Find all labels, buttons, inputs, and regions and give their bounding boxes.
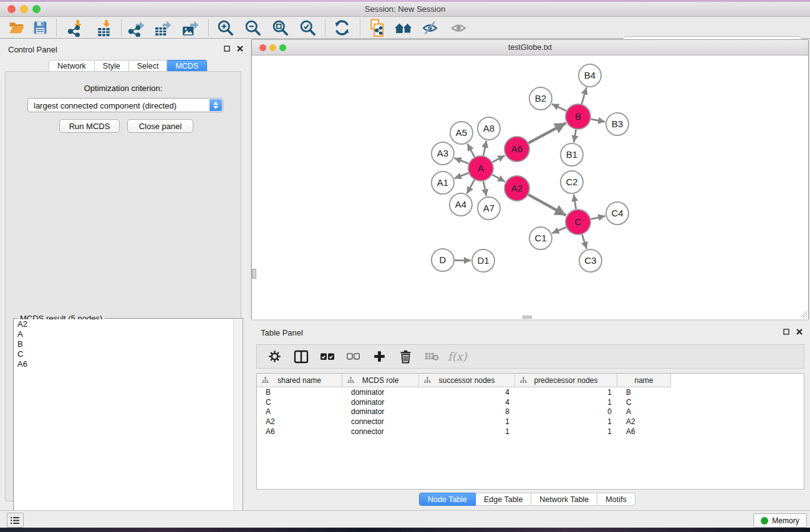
- graph-node-C3[interactable]: C3: [579, 249, 602, 272]
- result-item-A[interactable]: A: [14, 329, 242, 339]
- graph-node-A7[interactable]: A7: [478, 197, 500, 220]
- graph-node-C[interactable]: C: [566, 210, 591, 235]
- close-panel-button[interactable]: Close panel: [127, 119, 193, 133]
- graph-node-A1[interactable]: A1: [432, 172, 454, 194]
- export-table-button[interactable]: [152, 19, 173, 37]
- table-row-A[interactable]: Adominator80A: [257, 407, 804, 417]
- network-horizontal-scrollbar[interactable]: [523, 316, 532, 319]
- split-panel-button[interactable]: [292, 348, 309, 365]
- delete-columns-button[interactable]: [397, 348, 414, 365]
- run-mcds-button[interactable]: Run MCDS: [59, 119, 120, 133]
- control-panel-float-button[interactable]: [223, 44, 231, 53]
- table-row-B[interactable]: Bdominator41B: [257, 388, 804, 398]
- hide-selected-button[interactable]: [419, 19, 440, 37]
- graph-node-D[interactable]: D: [432, 249, 454, 271]
- clone-network-button[interactable]: [367, 19, 388, 37]
- memory-button[interactable]: Memory: [753, 513, 807, 528]
- graph-node-A6[interactable]: A6: [504, 137, 529, 162]
- tab-select[interactable]: Select: [129, 60, 168, 72]
- graph-edge-A-A3[interactable]: [455, 158, 469, 163]
- graph-node-C1[interactable]: C1: [529, 227, 552, 249]
- window-resize-handle[interactable]: [799, 310, 808, 318]
- table-panel-float-button[interactable]: [782, 327, 791, 336]
- graph-node-B[interactable]: B: [566, 104, 591, 129]
- graph-edge-A-A2[interactable]: [492, 175, 504, 181]
- tab-network[interactable]: Network: [49, 60, 95, 72]
- graph-edge-B-B3[interactable]: [591, 119, 605, 122]
- column-header-name[interactable]: name: [617, 374, 671, 387]
- graph-node-A2[interactable]: A2: [504, 176, 529, 201]
- result-item-A2[interactable]: A2: [14, 319, 242, 329]
- graph-node-A8[interactable]: A8: [478, 117, 500, 140]
- tab-mcds[interactable]: MCDS: [167, 60, 207, 72]
- graph-edge-C-C3[interactable]: [582, 235, 586, 249]
- select-spinner-icon[interactable]: [210, 99, 222, 111]
- zoom-out-button[interactable]: [242, 19, 263, 37]
- select-all-columns-button[interactable]: [319, 348, 335, 365]
- task-history-button[interactable]: [7, 513, 24, 528]
- graph-edge-A-A8[interactable]: [483, 141, 486, 156]
- graph-edge-A-A6[interactable]: [493, 155, 505, 162]
- import-table-button[interactable]: [94, 19, 115, 37]
- first-neighbors-button[interactable]: [393, 19, 414, 37]
- result-item-C[interactable]: C: [14, 349, 242, 359]
- control-panel-close-button[interactable]: [236, 44, 244, 53]
- graph-edge-A6-B[interactable]: [529, 123, 566, 143]
- tab-motifs[interactable]: Motifs: [597, 493, 635, 506]
- network-window-titlebar[interactable]: testGlobe.txt: [252, 40, 808, 56]
- graph-node-C4[interactable]: C4: [606, 202, 629, 225]
- table-panel-close-button[interactable]: [795, 327, 804, 336]
- refresh-view-button[interactable]: [331, 19, 352, 37]
- node-table[interactable]: shared nameMCDS rolesuccessor nodesprede…: [256, 373, 804, 490]
- mcds-result-list[interactable]: A2ABCA6: [14, 319, 242, 527]
- export-image-button[interactable]: [180, 19, 201, 37]
- graph-edge-C-C2[interactable]: [574, 195, 576, 209]
- column-header-MCDS-role[interactable]: MCDS role: [342, 374, 419, 387]
- tab-node-table[interactable]: Node Table: [419, 493, 476, 506]
- graph-edge-B-B4[interactable]: [582, 87, 587, 104]
- graph-edge-C-C4[interactable]: [591, 216, 605, 219]
- graph-node-D1[interactable]: D1: [472, 249, 494, 272]
- table-row-A2[interactable]: A2connector11A2: [257, 417, 804, 427]
- zoom-in-button[interactable]: [215, 19, 236, 37]
- graph-node-B2[interactable]: B2: [529, 87, 552, 110]
- criterion-select[interactable]: largest connected component (directed): [27, 98, 223, 112]
- save-session-button[interactable]: [29, 19, 51, 37]
- graph-edge-A-A5[interactable]: [468, 144, 475, 157]
- result-scrollbar[interactable]: [233, 319, 243, 528]
- show-all-button[interactable]: [448, 19, 469, 37]
- graph-edge-A-A4[interactable]: [467, 180, 475, 193]
- graph-node-A3[interactable]: A3: [432, 142, 454, 165]
- graph-edge-C-C1[interactable]: [552, 227, 566, 233]
- tab-edge-table[interactable]: Edge Table: [476, 493, 531, 506]
- graph-node-A[interactable]: A: [468, 156, 493, 181]
- tab-style[interactable]: Style: [95, 60, 129, 72]
- delete-table-button[interactable]: [423, 348, 440, 365]
- result-item-A6[interactable]: A6: [14, 359, 242, 369]
- graph-node-B4[interactable]: B4: [579, 64, 601, 87]
- tab-network-table[interactable]: Network Table: [531, 493, 597, 506]
- graph-node-A5[interactable]: A5: [450, 122, 473, 144]
- table-row-C[interactable]: Cdominator41C: [257, 398, 804, 408]
- apply-function-button[interactable]: f(x): [448, 350, 467, 363]
- table-row-A6[interactable]: A6connector11A6: [257, 427, 804, 437]
- graph-node-B1[interactable]: B1: [561, 143, 583, 166]
- graph-edge-A2-C[interactable]: [528, 195, 566, 215]
- network-vertical-scrollbar[interactable]: [252, 269, 256, 279]
- table-settings-button[interactable]: [266, 348, 283, 365]
- zoom-fit-button[interactable]: [269, 19, 291, 37]
- export-network-button[interactable]: [125, 19, 147, 37]
- graph-edge-B-B1[interactable]: [574, 130, 576, 143]
- result-item-B[interactable]: B: [14, 339, 242, 349]
- graph-node-C2[interactable]: C2: [561, 171, 583, 193]
- column-header-shared-name[interactable]: shared name: [257, 374, 342, 387]
- open-session-button[interactable]: [6, 19, 27, 37]
- graph-edge-A-A7[interactable]: [483, 181, 486, 196]
- add-column-button[interactable]: [371, 348, 388, 365]
- import-network-button[interactable]: [65, 19, 86, 37]
- network-graph[interactable]: B4B2BB3A8A5A6A3B1AC2A1A2A4A7C4CC1C3DD1: [252, 56, 808, 319]
- graph-edge-A-A1[interactable]: [455, 173, 469, 178]
- graph-node-B3[interactable]: B3: [606, 113, 629, 135]
- zoom-selected-button[interactable]: [297, 19, 318, 37]
- unselect-all-columns-button[interactable]: [345, 348, 362, 365]
